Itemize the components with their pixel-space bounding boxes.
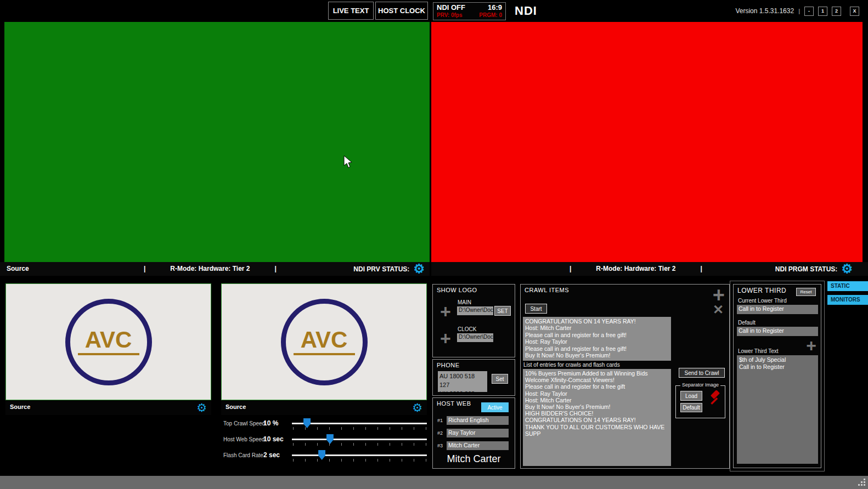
mouse-cursor-icon <box>343 155 353 169</box>
program-status-label: NDI PRGM STATUS: <box>775 265 838 273</box>
show-logo-title: SHOW LOGO <box>437 287 477 293</box>
gavel-icon <box>708 390 722 407</box>
prgm-fps: PRGM: 0 <box>479 12 502 18</box>
host-web-speed-label: Host Web Speed <box>223 436 264 442</box>
thumb-1-source-label: Source <box>10 403 30 410</box>
resize-grip[interactable] <box>864 479 865 480</box>
pipe: | <box>570 265 571 272</box>
add-crawl-item-icon[interactable]: + <box>713 288 725 302</box>
delete-crawl-item-icon[interactable]: ✕ <box>713 303 724 316</box>
preview-monitor[interactable] <box>4 22 430 262</box>
host-3-name-field[interactable]: Mitch Carter <box>447 441 509 450</box>
thumb-1-settings-gear-icon[interactable]: ⚙ <box>196 401 207 414</box>
host-clock-button[interactable]: HOST CLOCK <box>375 2 428 20</box>
lower-third-text-area[interactable]: $th of July Special Call in to Register <box>737 355 818 464</box>
close-button[interactable]: X <box>850 7 859 16</box>
lower-third-title: LOWER THIRD <box>737 287 786 294</box>
crawl-list-caption: List of entries for crawls and flash car… <box>523 362 620 368</box>
host-web-speed-value: 10 sec <box>263 435 284 443</box>
program-statusbar: | R-Mode: Hardware: Tier 2 | NDI PRGM ST… <box>431 262 868 276</box>
preview-status-label: NDI PRV STATUS: <box>353 265 409 273</box>
host-1-name-field[interactable]: Richard English <box>447 416 509 425</box>
slider-track[interactable] <box>292 454 427 456</box>
slider-ticks <box>293 443 427 446</box>
tab-monitors[interactable]: MONITORS <box>827 295 868 305</box>
avc-logo: AVC <box>281 299 368 385</box>
program-settings-gear-icon[interactable]: ⚙ <box>841 263 853 275</box>
ndi-logo: NDI <box>515 4 537 18</box>
active-crawl-list[interactable]: CONGRATULATIONS ON 14 YEARS RAY! Host: M… <box>523 317 671 361</box>
slider-track[interactable] <box>292 423 427 424</box>
thumb-2-source-label: Source <box>226 403 246 410</box>
host-web-active-button[interactable]: Active <box>481 402 509 412</box>
monitor-thumb-2[interactable]: AVC <box>221 283 427 400</box>
show-logo-panel: SHOW LOGO MAIN + D:\Owner\Doc SET CLOCK … <box>432 284 515 357</box>
crawl-entries-list[interactable]: 10% Buyers Premium Added to all Winning … <box>523 369 671 466</box>
default-separator-button[interactable]: Default <box>680 403 702 412</box>
set-phone-button[interactable]: Set <box>492 374 508 384</box>
minimize-button[interactable]: - <box>804 7 814 16</box>
add-lower-third-icon[interactable]: + <box>806 338 816 352</box>
add-main-logo-icon[interactable]: + <box>440 304 451 319</box>
preview-statusbar: Source | R-Mode: Hardware: Tier 2 | NDI … <box>0 262 430 276</box>
thumb-2-settings-gear-icon[interactable]: ⚙ <box>412 401 422 414</box>
set-main-logo-button[interactable]: SET <box>494 306 511 316</box>
host-2-num: #2 <box>437 430 443 436</box>
avc-logo: AVC <box>65 299 152 385</box>
window-resize-bar <box>0 476 868 489</box>
monitor-thumb-2-strip: Source ⚙ <box>221 400 427 415</box>
avc-logo-text: AVC <box>301 329 348 351</box>
divider: | <box>798 8 800 14</box>
main-label: MAIN <box>458 299 471 305</box>
version-text: Version 1.5.31.1632 <box>735 7 794 15</box>
prv-fps: PRV: 0fps <box>437 12 463 18</box>
phone-numbers-field[interactable]: AU 1800 518 127 UK 0800 368 <box>438 371 487 392</box>
monitor-thumb-1-strip: Source ⚙ <box>5 400 211 415</box>
default-lower-third-field[interactable]: Call in to Register <box>737 327 818 336</box>
host-web-title: HOST WEB <box>437 400 471 407</box>
avc-logo-text: AVC <box>85 329 132 351</box>
load-separator-button[interactable]: Load <box>680 391 702 401</box>
main-logo-path-field[interactable]: D:\Owner\Doc <box>457 306 493 315</box>
start-crawl-button[interactable]: Start <box>525 304 547 314</box>
slider-ticks <box>293 459 427 462</box>
monitor-thumb-1[interactable]: AVC <box>5 283 211 400</box>
monitor1-button[interactable]: 1 <box>818 7 827 16</box>
separator-image-group: Separator Image Load Default <box>675 385 725 418</box>
program-rmode: R-Mode: Hardware: Tier 2 <box>596 265 675 272</box>
clock-label: CLOCK <box>458 326 476 332</box>
current-lower-third-field[interactable]: Call in to Register <box>737 305 818 314</box>
preview-settings-gear-icon[interactable]: ⚙ <box>413 263 425 275</box>
host-3-num: #3 <box>437 443 443 448</box>
reset-lower-third-button[interactable]: Reset <box>796 288 816 296</box>
send-to-crawl-button[interactable]: Send to Crawl <box>679 368 725 378</box>
app-window: LIVE TEXT HOST CLOCK NDI OFF 16:9 PRV: 0… <box>0 0 868 489</box>
clock-logo-path-field[interactable]: D:\Owner\Doc <box>457 333 493 342</box>
slider-ticks <box>293 427 427 430</box>
tab-static[interactable]: STATIC <box>827 281 868 291</box>
ndi-state: NDI OFF <box>437 3 465 12</box>
current-lower-third-label: Current Lower Third <box>738 298 787 304</box>
add-clock-logo-icon[interactable]: + <box>440 331 451 345</box>
preview-source-label: Source <box>7 265 29 272</box>
pipe: | <box>275 265 277 272</box>
titlebar-right: Version 1.5.31.1632 | - 1 2 X <box>735 0 859 22</box>
avc-logo-underline <box>294 353 355 355</box>
host-2-name-field[interactable]: Ray Taylor <box>447 429 509 437</box>
slider-track[interactable] <box>292 439 427 440</box>
live-text-button[interactable]: LIVE TEXT <box>328 2 374 20</box>
flash-card-rate-row: Flash Card Rate 2 sec <box>222 449 427 462</box>
top-crawl-speed-value: 10 % <box>263 419 278 427</box>
crawl-items-title: CRAWL ITEMS <box>525 287 569 293</box>
top-crawl-speed-label: Top Crawl Speed <box>223 420 265 427</box>
monitor2-button[interactable]: 2 <box>832 7 841 16</box>
flash-card-rate-label: Flash Card Rate <box>223 452 263 458</box>
phone-panel: PHONE AU 1800 518 127 UK 0800 368 Set <box>432 359 515 396</box>
preview-rmode: R-Mode: Hardware: Tier 2 <box>170 265 250 272</box>
ndi-status-box: NDI OFF 16:9 PRV: 0fps PRGM: 0 <box>433 2 506 20</box>
host-web-panel: HOST WEB Active #1 Richard English #2 Ra… <box>432 397 515 469</box>
program-monitor[interactable] <box>431 22 863 262</box>
phone-title: PHONE <box>437 362 460 368</box>
host-1-num: #1 <box>437 418 443 423</box>
separator-image-title: Separator Image <box>680 382 720 388</box>
